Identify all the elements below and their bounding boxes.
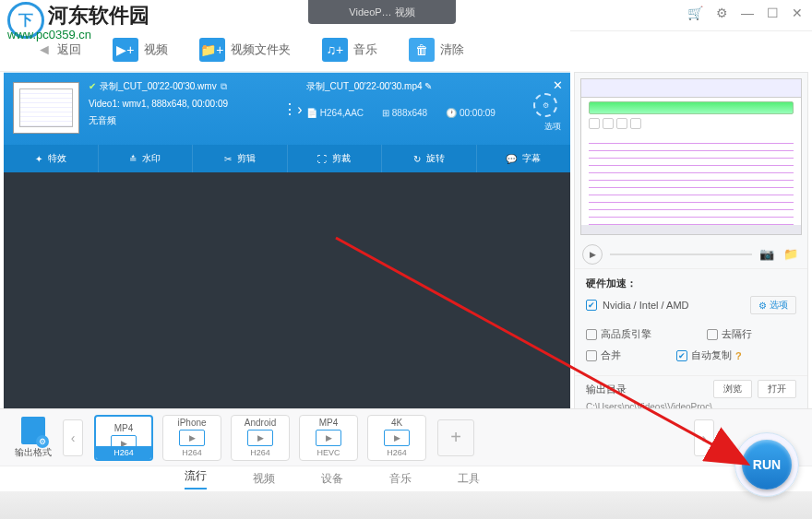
media-list: ✔录制_CUT_00'22-00'30.wmv⧉ Video1: wmv1, 8… <box>4 72 570 428</box>
add-folder-label: 视频文件夹 <box>231 41 291 58</box>
tab-tool[interactable]: 工具 <box>458 471 480 487</box>
item-tool-row: ✦特效 ≛水印 ✂剪辑 ⛶剪裁 ↻旋转 💬字幕 <box>4 145 570 172</box>
cut-button[interactable]: ✂剪辑 <box>193 145 288 172</box>
target-codec: 📄 H264,AAC <box>306 108 364 118</box>
footer-bar <box>0 491 812 519</box>
effect-button[interactable]: ✦特效 <box>4 145 99 172</box>
tab-popular[interactable]: 流行 <box>185 468 207 490</box>
source-filename: 录制_CUT_00'22-00'30.wmv <box>100 81 217 91</box>
format-card-2[interactable]: Android▶H264 <box>231 415 290 461</box>
trash-icon: 🗑 <box>409 38 435 62</box>
source-details: Video1: wmv1, 888x648, 00:00:09 <box>89 99 279 109</box>
edit-icon[interactable]: ✎ <box>424 81 432 91</box>
hw-title: 硬件加速： <box>586 277 796 290</box>
check-icon: ✔ <box>89 81 96 91</box>
format-card-1[interactable]: iPhone▶H264 <box>162 415 221 461</box>
format-top: 4K <box>391 418 402 428</box>
maximize-icon[interactable]: ☐ <box>767 6 779 20</box>
browse-button[interactable]: 浏览 <box>713 380 752 398</box>
format-mid-icon: ▶ <box>247 430 273 446</box>
hw-options-button[interactable]: ⚙选项 <box>750 296 796 314</box>
watermark-button[interactable]: ≛水印 <box>99 145 194 172</box>
add-music-button[interactable]: ♫+ 音乐 <box>322 38 377 62</box>
format-bot: H264 <box>182 448 202 457</box>
minimize-icon[interactable]: — <box>741 6 754 20</box>
target-resolution: ⊞ 888x648 <box>382 108 427 118</box>
tab-video[interactable]: 视频 <box>253 471 275 487</box>
tab-music[interactable]: 音乐 <box>389 471 412 487</box>
format-mid-icon: ▶ <box>316 430 341 446</box>
subtitle-icon: 💬 <box>506 154 517 164</box>
codec-option-label: 选项 <box>544 121 561 133</box>
format-mid-icon: ▶ <box>179 430 205 446</box>
clear-label: 清除 <box>440 41 464 58</box>
source-audio: 无音频 <box>89 114 279 127</box>
format-prev-button[interactable]: ‹ <box>63 419 83 456</box>
hardware-accel-section: 硬件加速： ✔ Nvidia / Intel / AMD ⚙选项 <box>575 268 807 322</box>
format-bot: H264 <box>96 446 151 459</box>
preview-window <box>580 78 802 235</box>
source-info: ✔录制_CUT_00'22-00'30.wmv⧉ Video1: wmv1, 8… <box>89 73 279 145</box>
subtitle-button[interactable]: 💬字幕 <box>477 145 571 172</box>
media-item[interactable]: ✔录制_CUT_00'22-00'30.wmv⧉ Video1: wmv1, 8… <box>4 73 570 145</box>
format-doc-icon: ⚙ <box>21 417 45 444</box>
run-button[interactable]: RUN <box>734 432 799 497</box>
rotate-icon: ↻ <box>413 154 421 164</box>
app-title: VideoP… 视频 <box>308 0 456 24</box>
format-card-3[interactable]: MP4▶HEVC <box>299 415 358 461</box>
clear-button[interactable]: 🗑 清除 <box>409 38 464 62</box>
folder-icon: 📁+ <box>199 38 225 62</box>
play-button[interactable]: ▶ <box>582 244 603 265</box>
target-info: 录制_CUT_00'22-00'30.mp4 ✎ 📄 H264,AAC ⊞ 88… <box>306 73 570 145</box>
format-bot: HEVC <box>316 448 340 457</box>
cart-icon[interactable]: 🛒 <box>687 6 703 20</box>
watermark-url: www.pc0359.cn <box>7 28 91 41</box>
snapshot-icon[interactable]: 📷 <box>759 247 776 262</box>
format-bot: H264 <box>387 448 407 457</box>
format-card-4[interactable]: 4K▶H264 <box>367 415 426 461</box>
open-button[interactable]: 打开 <box>758 380 796 398</box>
add-format-button[interactable]: + <box>437 419 474 456</box>
crop-button[interactable]: ⛶剪裁 <box>288 145 383 172</box>
gear-icon: ⚙ <box>758 301 767 311</box>
merge-checkbox[interactable]: 合并 <box>586 348 621 362</box>
format-next-button[interactable]: › <box>694 419 714 456</box>
stamp-icon: ≛ <box>129 154 137 164</box>
add-music-label: 音乐 <box>353 41 377 58</box>
close-icon[interactable]: ✕ <box>792 6 803 20</box>
format-top: MP4 <box>114 423 134 433</box>
watermark-title: 河东软件园 <box>48 2 149 29</box>
remove-item-icon[interactable]: ✕ <box>553 78 563 92</box>
settings-icon[interactable]: ⚙ <box>716 6 728 20</box>
help-icon[interactable]: ? <box>735 350 742 361</box>
tab-device[interactable]: 设备 <box>321 471 343 487</box>
format-label: ⚙ 输出格式 <box>15 417 52 459</box>
format-bot: H264 <box>250 448 270 457</box>
output-title: 输出目录 <box>586 383 627 396</box>
scissors-icon: ✂ <box>224 154 232 164</box>
codec-option-icon[interactable]: ⚙ <box>533 93 557 117</box>
format-strip: ⚙ 输出格式 ‹ MP4▶H264iPhone▶H264Android▶H264… <box>0 408 812 466</box>
category-tabs: 流行 视频 设备 音乐 工具 <box>0 466 812 491</box>
format-gear-icon: ⚙ <box>36 435 49 448</box>
preview-controls: ▶ 📷 📁 <box>575 241 807 268</box>
deinterlace-checkbox[interactable]: 去隔行 <box>707 327 752 341</box>
target-filename: 录制_CUT_00'22-00'30.mp4 <box>306 81 423 91</box>
rotate-button[interactable]: ↻旋转 <box>382 145 477 172</box>
folder-open-icon[interactable]: 📁 <box>783 247 800 262</box>
format-top: iPhone <box>177 418 206 428</box>
hw-checkbox[interactable]: ✔ <box>586 300 597 311</box>
copy-icon[interactable]: ⧉ <box>221 81 227 91</box>
target-duration: 🕐 00:00:09 <box>446 108 496 118</box>
progress-bar[interactable] <box>610 254 752 255</box>
autocopy-checkbox[interactable]: ✔自动复制? <box>676 348 742 362</box>
run-label: RUN <box>742 440 792 490</box>
add-folder-button[interactable]: 📁+ 视频文件夹 <box>199 38 291 62</box>
format-card-0[interactable]: MP4▶H264 <box>94 415 153 461</box>
options-grid: 高品质引擎 去隔行 合并 ✔自动复制? <box>575 322 807 375</box>
hw-vendor-label: Nvidia / Intel / AMD <box>603 300 689 311</box>
sparkle-icon: ✦ <box>35 154 42 164</box>
format-top: MP4 <box>319 418 339 428</box>
convert-arrow-icon: ⋮› <box>279 73 306 145</box>
hq-engine-checkbox[interactable]: 高品质引擎 <box>586 327 651 341</box>
